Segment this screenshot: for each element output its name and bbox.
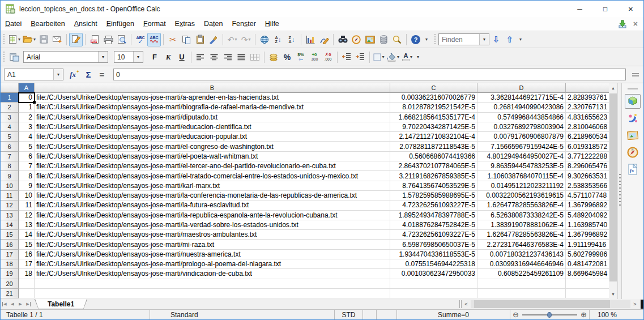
standard-toolbar-overflow[interactable]: ▾	[423, 33, 430, 46]
sidebar-gallery-icon[interactable]	[625, 128, 641, 143]
cell[interactable]: 17	[19, 259, 35, 269]
scroll-down-button[interactable]: ▼	[609, 289, 617, 299]
cell[interactable]: 8.012878219521542E-5	[390, 103, 477, 112]
cell[interactable]: 7.156659679159424E-5	[477, 142, 566, 151]
cell[interactable]: 1.1060387684070115E-4	[477, 171, 566, 181]
merge-cells-button[interactable]	[248, 50, 262, 64]
zoom-slider[interactable]	[522, 314, 577, 315]
menu-item-extras[interactable]: Extras	[170, 18, 199, 30]
draw-functions-button[interactable]	[317, 33, 331, 46]
close-button[interactable]: ×	[618, 1, 643, 17]
previous-sheet-button[interactable]: ◀	[8, 300, 16, 309]
menu-item-datei[interactable]: Datei	[1, 18, 26, 30]
cell[interactable]: 2.828393761	[566, 93, 609, 103]
row-header-4[interactable]: 4	[1, 122, 19, 132]
name-box-dropdown[interactable]: ▾	[53, 69, 63, 80]
cell[interactable]: 0.6085225459261109	[477, 269, 566, 279]
cell[interactable]	[566, 279, 609, 289]
menu-item-ansicht[interactable]: Ansicht	[70, 18, 102, 30]
zoom-slider-thumb[interactable]	[547, 312, 552, 318]
styles-button[interactable]	[7, 50, 21, 64]
select-all-corner[interactable]	[1, 83, 19, 93]
cell[interactable]: 0.003362316070026779	[390, 93, 477, 103]
zoom-out-button[interactable]: ⊖	[513, 310, 519, 319]
percent-format-button[interactable]: %	[280, 50, 294, 64]
export-pdf-button[interactable]: PDF	[88, 33, 101, 46]
cell[interactable]: 1.8952493478397788E-5	[390, 211, 477, 220]
toolbar-handle[interactable]	[2, 34, 6, 45]
row-header-20[interactable]: 20	[1, 279, 19, 289]
row-header-5[interactable]: 5	[1, 132, 19, 142]
zoom-button[interactable]	[390, 33, 404, 46]
currency-format-button[interactable]	[267, 50, 280, 64]
cell[interactable]: 0.00791760906807879	[477, 132, 566, 142]
sidebar-navigator-icon[interactable]: N	[625, 145, 641, 160]
open-file-button[interactable]: ▾	[22, 33, 37, 46]
font-name-combobox[interactable]: Arial ▾	[23, 51, 108, 63]
formatting-toolbar-overflow[interactable]: ▾	[414, 50, 421, 64]
cell[interactable]: 0.001030623472950033	[390, 269, 477, 279]
cell[interactable]: 9.302663531	[566, 171, 609, 181]
spellcheck-button[interactable]: ABC✓	[134, 33, 147, 46]
sidebar-collapse-grip[interactable]	[617, 83, 621, 299]
cell[interactable]: file:/C:/Users/Ulrike/Desktop/ensayos-jo…	[35, 240, 390, 249]
horizontal-scrollbar[interactable]	[471, 300, 630, 308]
add-decimal-button[interactable]: +0.000	[308, 50, 321, 64]
row-header-19[interactable]: 19	[1, 269, 19, 279]
sort-descending-button[interactable]: ZA↓	[285, 33, 298, 46]
function-wizard-button[interactable]: fx✦	[68, 68, 82, 82]
find-previous-button[interactable]: ⇧	[503, 33, 517, 46]
cell[interactable]: 0.030993169446646946	[477, 259, 566, 269]
next-sheet-button[interactable]: ▶	[16, 300, 24, 309]
cell[interactable]: 6.218960534	[566, 132, 609, 142]
font-color-button[interactable]: A ▾	[400, 50, 414, 64]
cell[interactable]: 3.771222288	[566, 152, 609, 161]
font-size-dropdown[interactable]: ▾	[133, 52, 143, 62]
cell[interactable]: file:/C:/Users/Ulrike/Desktop/ensayos-jo…	[35, 181, 390, 191]
cell[interactable]: file:/C:/Users/Ulrike/Desktop/ensayos-jo…	[35, 103, 390, 112]
sum-button[interactable]: Σ	[82, 68, 95, 82]
cell[interactable]: 12	[19, 211, 35, 220]
navigator-button[interactable]	[349, 33, 363, 46]
cell[interactable]: 1.367996892	[566, 200, 609, 210]
window-split-handle[interactable]	[641, 300, 643, 309]
cell[interactable]: file:/C:/Users/Ulrike/Desktop/ensayos-jo…	[35, 200, 390, 210]
gallery-button[interactable]	[363, 33, 377, 46]
paste-button[interactable]	[193, 33, 207, 46]
cell[interactable]: 6	[19, 152, 35, 161]
row-header-2[interactable]: 2	[1, 103, 19, 112]
align-right-button[interactable]	[221, 50, 234, 64]
edit-file-toggle[interactable]	[69, 33, 83, 46]
vertical-scrollbar[interactable]: ▲ ▼	[609, 83, 617, 299]
row-header-15[interactable]: 15	[1, 230, 19, 240]
font-name-dropdown[interactable]: ▾	[98, 52, 108, 62]
update-available-icon[interactable]	[617, 20, 628, 28]
cell[interactable]: file:/C:/Users/Ulrike/Desktop/ensayos-jo…	[35, 132, 390, 142]
align-left-button[interactable]	[194, 50, 207, 64]
cell[interactable]	[19, 279, 35, 289]
cell[interactable]: 0.0032200562193619615	[477, 191, 566, 200]
find-toolbar-overflow[interactable]: ▾	[517, 33, 524, 46]
align-justify-button[interactable]	[234, 50, 248, 64]
cell[interactable]: 16	[19, 250, 35, 259]
cell[interactable]: 0.07551546944225318	[390, 259, 477, 269]
zoom-level-field[interactable]: 100 %	[590, 310, 643, 319]
formula-input-line[interactable]: 0	[113, 69, 626, 80]
find-replace-button[interactable]	[336, 33, 349, 46]
cell[interactable]: 5.489204092	[566, 211, 609, 220]
close-document-icon[interactable]: ×	[633, 19, 638, 28]
cell[interactable]: file:/C:/Users/Ulrike/Desktop/ensayos-jo…	[35, 113, 390, 122]
print-button[interactable]	[101, 33, 115, 46]
cell[interactable]: 4.8012949464950027E-4	[477, 152, 566, 161]
find-combobox-dropdown[interactable]: ▾	[479, 34, 489, 45]
cell[interactable]	[35, 289, 390, 298]
row-header-11[interactable]: 11	[1, 191, 19, 200]
formatting-toolbar-handle[interactable]	[2, 52, 6, 63]
menu-item-daten[interactable]: Daten	[199, 18, 227, 30]
formula-bar-expand[interactable]	[632, 73, 639, 76]
align-center-button[interactable]	[207, 50, 221, 64]
row-header-6[interactable]: 6	[1, 142, 19, 151]
cell[interactable]: 7	[19, 161, 35, 171]
cell[interactable]: 0.007180321237436143	[477, 250, 566, 259]
cell[interactable]: 1.367996892	[566, 230, 609, 240]
